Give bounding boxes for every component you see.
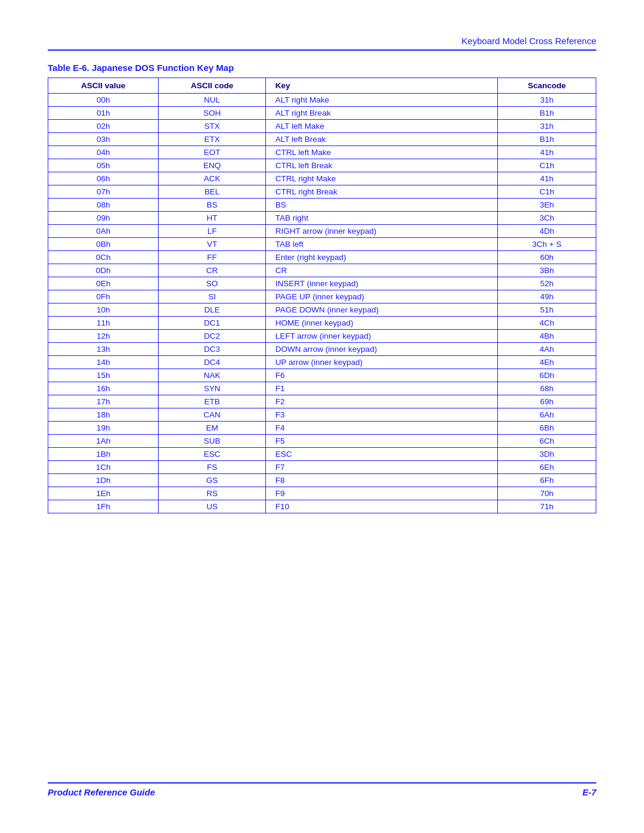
- table-cell: FS: [159, 461, 265, 474]
- table-cell: 17h: [48, 395, 159, 408]
- footer-right: E-7: [583, 787, 596, 797]
- table-cell: C1h: [498, 159, 596, 172]
- col-ascii-value: ASCII value: [48, 78, 159, 94]
- table-cell: 4Bh: [498, 330, 596, 343]
- table-cell: 1Fh: [48, 500, 159, 513]
- table-cell: HT: [159, 212, 265, 225]
- table-cell: 31h: [498, 94, 596, 107]
- table-cell: 41h: [498, 146, 596, 159]
- table-cell: F6: [265, 369, 497, 382]
- table-cell: 0Ah: [48, 225, 159, 238]
- table-cell: DC4: [159, 356, 265, 369]
- table-cell: F5: [265, 435, 497, 448]
- table-cell: 00h: [48, 94, 159, 107]
- table-cell: F8: [265, 474, 497, 487]
- table-cell: 02h: [48, 120, 159, 133]
- table-cell: 3Bh: [498, 264, 596, 277]
- table-cell: INSERT (inner keypad): [265, 277, 497, 290]
- table-cell: 0Fh: [48, 290, 159, 304]
- table-cell: Enter (right keypad): [265, 251, 497, 264]
- table-cell: DLE: [159, 304, 265, 317]
- table-cell: 60h: [498, 251, 596, 264]
- page-container: Keyboard Model Cross Reference Table E-6…: [0, 0, 644, 833]
- table-cell: 0Eh: [48, 277, 159, 290]
- table-row: 19hEMF46Bh: [48, 422, 596, 435]
- table-cell: 1Eh: [48, 487, 159, 500]
- table-row: 09hHTTAB right3Ch: [48, 212, 596, 225]
- table-row: 1EhRSF970h: [48, 487, 596, 500]
- table-cell: ESC: [265, 448, 497, 461]
- table-cell: BEL: [159, 185, 265, 199]
- table-row: 0BhVTTAB left3Ch + S: [48, 238, 596, 251]
- table-cell: TAB right: [265, 212, 497, 225]
- table-cell: 51h: [498, 304, 596, 317]
- table-row: 1AhSUBF56Ch: [48, 435, 596, 448]
- table-cell: ALT left Make: [265, 120, 497, 133]
- table-cell: CTRL right Break: [265, 185, 497, 199]
- table-cell: 06h: [48, 172, 159, 185]
- table-row: 0AhLFRIGHT arrow (inner keypad)4Dh: [48, 225, 596, 238]
- table-cell: ALT right Break: [265, 107, 497, 120]
- table-cell: F7: [265, 461, 497, 474]
- table-cell: 3Dh: [498, 448, 596, 461]
- table-cell: CTRL right Make: [265, 172, 497, 185]
- table-cell: F10: [265, 500, 497, 513]
- table-cell: ENQ: [159, 159, 265, 172]
- table-cell: 3Ch: [498, 212, 596, 225]
- table-cell: DC3: [159, 343, 265, 356]
- table-row: 16hSYNF168h: [48, 382, 596, 395]
- table-row: 02hSTXALT left Make31h: [48, 120, 596, 133]
- table-cell: 1Dh: [48, 474, 159, 487]
- table-cell: F4: [265, 422, 497, 435]
- table-cell: 04h: [48, 146, 159, 159]
- table-cell: 52h: [498, 277, 596, 290]
- table-row: 12hDC2LEFT arrow (inner keypad)4Bh: [48, 330, 596, 343]
- table-cell: DOWN arrow (inner keypad): [265, 343, 497, 356]
- table-row: 07hBELCTRL right BreakC1h: [48, 185, 596, 199]
- table-cell: VT: [159, 238, 265, 251]
- table-cell: 4Eh: [498, 356, 596, 369]
- table-cell: ESC: [159, 448, 265, 461]
- table-cell: 19h: [48, 422, 159, 435]
- table-cell: 71h: [498, 500, 596, 513]
- table-cell: US: [159, 500, 265, 513]
- table-cell: 12h: [48, 330, 159, 343]
- footer-left: Product Reference Guide: [48, 787, 155, 797]
- table-cell: EM: [159, 422, 265, 435]
- table-cell: 49h: [498, 290, 596, 304]
- table-row: 0FhSIPAGE UP (inner keypad)49h: [48, 290, 596, 304]
- col-scancode: Scancode: [498, 78, 596, 94]
- table-cell: SYN: [159, 382, 265, 395]
- footer-bar: Product Reference Guide E-7: [48, 782, 596, 797]
- table-row: 0ChFFEnter (right keypad)60h: [48, 251, 596, 264]
- table-header-row: ASCII value ASCII code Key Scancode: [48, 78, 596, 94]
- main-table: ASCII value ASCII code Key Scancode 00hN…: [48, 78, 596, 513]
- table-cell: STX: [159, 120, 265, 133]
- table-row: 18hCANF36Ah: [48, 408, 596, 422]
- table-cell: F9: [265, 487, 497, 500]
- table-row: 1BhESCESC3Dh: [48, 448, 596, 461]
- table-cell: B1h: [498, 133, 596, 146]
- table-cell: 10h: [48, 304, 159, 317]
- table-cell: NAK: [159, 369, 265, 382]
- table-cell: HOME (inner keypad): [265, 317, 497, 330]
- table-cell: 4Ch: [498, 317, 596, 330]
- table-cell: BS: [159, 199, 265, 212]
- table-cell: 18h: [48, 408, 159, 422]
- table-cell: BS: [265, 199, 497, 212]
- table-cell: DC2: [159, 330, 265, 343]
- table-cell: F1: [265, 382, 497, 395]
- table-cell: 0Ch: [48, 251, 159, 264]
- table-row: 08hBSBS3Eh: [48, 199, 596, 212]
- table-cell: SI: [159, 290, 265, 304]
- table-row: 14hDC4UP arrow (inner keypad)4Eh: [48, 356, 596, 369]
- table-row: 1FhUSF1071h: [48, 500, 596, 513]
- table-cell: 14h: [48, 356, 159, 369]
- table-cell: 41h: [498, 172, 596, 185]
- table-row: 06hACKCTRL right Make41h: [48, 172, 596, 185]
- table-cell: 11h: [48, 317, 159, 330]
- table-cell: 01h: [48, 107, 159, 120]
- table-cell: 1Bh: [48, 448, 159, 461]
- table-cell: ETB: [159, 395, 265, 408]
- table-cell: 6Eh: [498, 461, 596, 474]
